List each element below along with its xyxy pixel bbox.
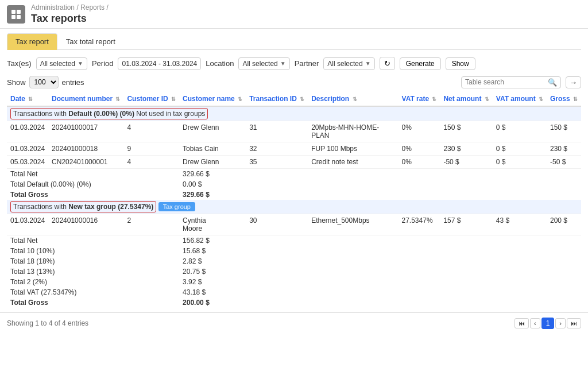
refresh-button[interactable]: ↻	[380, 57, 395, 70]
pagination-bar: Showing 1 to 4 of 4 entries ⏮ ‹ 1 › ⏭	[0, 312, 588, 334]
cell-vat-amount: 0 $	[493, 156, 547, 169]
cell-vat-amount: 43 $	[493, 214, 547, 235]
period-input[interactable]: 01.03.2024 - 31.03.2024	[118, 57, 201, 70]
total-value: 329.66 $	[179, 189, 246, 200]
col-vat-rate[interactable]: VAT rate ⇅	[399, 92, 440, 106]
cell-customer-id: 4	[123, 121, 179, 142]
total-row: Total 18 (18%) 2.82 $	[7, 256, 581, 266]
total-row: Total Net 329.66 $	[7, 169, 581, 180]
cell-date: 05.03.2024	[7, 156, 48, 169]
location-value: All selected	[242, 60, 277, 68]
col-customer-id[interactable]: Customer ID ⇅	[123, 92, 179, 106]
cell-doc-number: CN202401000001	[48, 156, 123, 169]
cell-date: 01.03.2024	[7, 214, 48, 235]
cell-customer-id: 2	[123, 214, 179, 235]
entries-label: entries	[62, 78, 84, 87]
cell-date: 01.03.2024	[7, 142, 48, 156]
cell-gross: -50 $	[547, 156, 581, 169]
cell-transaction-id: 30	[246, 214, 308, 235]
partner-label: Partner	[295, 59, 319, 68]
col-doc-number[interactable]: Document number ⇅	[48, 92, 123, 106]
cell-doc-number: 202401000018	[48, 142, 123, 156]
table-wrapper: Date ⇅ Document number ⇅ Customer ID ⇅ C…	[7, 92, 581, 308]
cell-customer-id: 9	[123, 142, 179, 156]
cell-gross: 150 $	[547, 121, 581, 142]
col-transaction-id[interactable]: Transaction ID ⇅	[246, 92, 308, 106]
entries-count-select[interactable]: 100 25 50	[29, 76, 59, 88]
pagination-buttons: ⏮ ‹ 1 › ⏭	[514, 318, 581, 329]
pagination-first-button[interactable]: ⏮	[514, 318, 529, 328]
col-description[interactable]: Description ⇅	[308, 92, 398, 106]
cell-customer-name: Drew Glenn	[179, 121, 246, 142]
breadcrumb-admin[interactable]: Administration	[31, 3, 75, 11]
export-button[interactable]: →	[566, 76, 581, 88]
total-value: 200.00 $	[179, 297, 246, 308]
group1-header-text: Transactions with Default (0.00%) (0%) N…	[10, 108, 208, 119]
cell-gross: 200 $	[547, 214, 581, 235]
total-label: Total Gross	[7, 189, 179, 200]
table-header: Date ⇅ Document number ⇅ Customer ID ⇅ C…	[7, 92, 581, 106]
cell-customer-name: Cynthia Moore	[179, 214, 246, 235]
svg-rect-2	[11, 15, 16, 19]
total-label: Total Net	[7, 235, 179, 246]
total-value: 20.75 $	[179, 266, 246, 277]
app-header: Administration / Reports / Tax reports	[0, 0, 588, 29]
total-label: Total 2 (2%)	[7, 277, 179, 287]
col-customer-name[interactable]: Customer name ⇅	[179, 92, 246, 106]
cell-description: FUP 100 Mbps	[308, 142, 398, 156]
cell-description: 20Mpbs-MHN-HOME-PLAN	[308, 121, 398, 142]
col-vat-amount[interactable]: VAT amount ⇅	[493, 92, 547, 106]
cell-customer-name: Tobias Cain	[179, 142, 246, 156]
total-row: Total Net 156.82 $	[7, 235, 581, 246]
table-body: Transactions with Default (0.00%) (0%) N…	[7, 106, 581, 308]
tab-tax-total-report[interactable]: Tax total report	[57, 33, 124, 49]
total-label: Total 13 (13%)	[7, 266, 179, 277]
cell-net-amount: 157 $	[440, 214, 492, 235]
taxes-select[interactable]: All selected ▼	[36, 57, 87, 70]
location-select[interactable]: All selected ▼	[238, 57, 289, 70]
pagination-page-1-button[interactable]: 1	[541, 318, 555, 329]
total-row: Total 2 (2%) 3.92 $	[7, 277, 581, 287]
cell-net-amount: -50 $	[440, 156, 492, 169]
cell-vat-rate: 0%	[399, 142, 440, 156]
total-label: Total Gross	[7, 297, 179, 308]
pagination-last-button[interactable]: ⏭	[567, 318, 581, 328]
pagination-next-button[interactable]: ›	[555, 318, 566, 328]
tabs-bar: Tax report Tax total report	[7, 33, 581, 50]
search-input[interactable]	[465, 78, 546, 86]
total-value: 15.68 $	[179, 246, 246, 256]
partner-chevron-icon: ▼	[365, 60, 371, 67]
show-button[interactable]: Show	[446, 57, 475, 70]
cell-doc-number: 202401000017	[48, 121, 123, 142]
table-row: 01.03.2024 202401000016 2 Cynthia Moore …	[7, 214, 581, 235]
total-value: 0.00 $	[179, 179, 246, 189]
partner-value: All selected	[327, 60, 362, 68]
svg-rect-0	[11, 10, 16, 14]
breadcrumb-reports[interactable]: Reports	[80, 3, 105, 11]
partner-select[interactable]: All selected ▼	[323, 57, 374, 70]
tab-tax-report[interactable]: Tax report	[7, 33, 57, 50]
cell-transaction-id: 31	[246, 121, 308, 142]
total-row: Total Gross 200.00 $	[7, 297, 581, 308]
cell-vat-rate: 0%	[399, 121, 440, 142]
pagination-info: Showing 1 to 4 of 4 entries	[7, 319, 88, 327]
pagination-prev-button[interactable]: ‹	[530, 318, 540, 328]
cell-net-amount: 230 $	[440, 142, 492, 156]
cell-vat-rate: 0%	[399, 156, 440, 169]
tax-group-badge[interactable]: Tax group	[158, 202, 195, 211]
cell-net-amount: 150 $	[440, 121, 492, 142]
app-logo	[7, 5, 25, 24]
total-label: Total VAT (27.5347%)	[7, 287, 179, 297]
col-gross[interactable]: Gross ⇅	[547, 92, 581, 106]
total-label: Total Default (0.00%) (0%)	[7, 179, 179, 189]
page-title: Tax reports	[31, 13, 109, 25]
show-label: Show	[7, 78, 26, 87]
generate-button[interactable]: Generate	[400, 57, 441, 70]
total-value: 156.82 $	[179, 235, 246, 246]
group2-header-row: Transactions with New tax group (27.5347…	[7, 200, 581, 214]
header-left: Administration / Reports / Tax reports	[31, 3, 109, 25]
cell-description: Credit note test	[308, 156, 398, 169]
col-date[interactable]: Date ⇅	[7, 92, 48, 106]
total-label: Total Net	[7, 169, 179, 180]
col-net-amount[interactable]: Net amount ⇅	[440, 92, 492, 106]
